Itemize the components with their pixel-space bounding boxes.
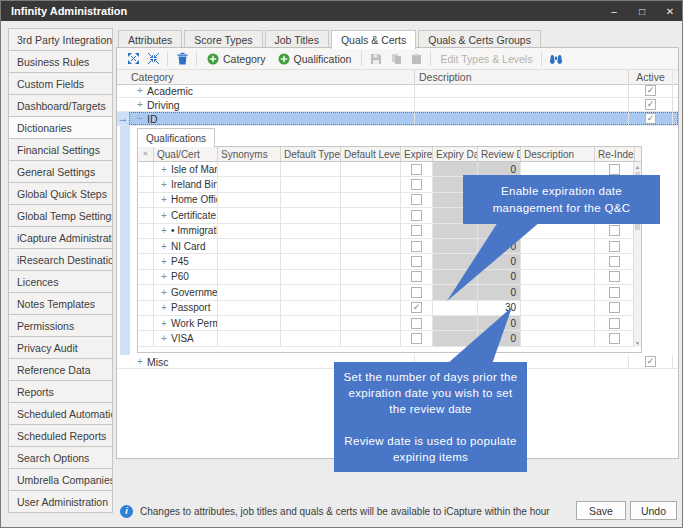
reindex-checkbox[interactable]: [609, 271, 620, 282]
sidebar-item-global-temp-settings[interactable]: Global Temp Settings: [8, 204, 113, 227]
tab-quals-certs[interactable]: Quals & Certs: [331, 30, 416, 49]
sidebar-item-3rd-party-integrations[interactable]: 3rd Party Integrations: [8, 28, 113, 51]
expand-icon[interactable]: +: [133, 85, 147, 96]
column-header-expiry-days[interactable]: Expiry Days: [433, 147, 478, 161]
add-qualification-button[interactable]: Qualification: [273, 50, 357, 68]
sidebar-item-dashboard-targets[interactable]: Dashboard/Targets: [8, 94, 113, 117]
find-icon[interactable]: [547, 50, 565, 68]
undo-button[interactable]: Undo: [630, 501, 677, 520]
active-checkbox[interactable]: [645, 356, 656, 367]
expand-icon[interactable]: +: [157, 194, 171, 205]
description-cell[interactable]: [415, 98, 629, 111]
expand-all-button[interactable]: [124, 50, 142, 68]
tab-quals-certs-groups[interactable]: Quals & Certs Groups: [418, 30, 541, 48]
active-checkbox[interactable]: [645, 113, 656, 124]
sidebar-item-search-options[interactable]: Search Options: [8, 446, 113, 469]
expires-checkbox[interactable]: [411, 318, 422, 329]
qualification-row-p60[interactable]: +P600: [138, 270, 641, 285]
expand-icon[interactable]: +: [133, 99, 147, 110]
sidebar-item-notes-templates[interactable]: Notes Templates: [8, 292, 113, 315]
reindex-checkbox[interactable]: [609, 287, 620, 298]
column-header-review-days[interactable]: Review Days: [478, 147, 521, 161]
active-checkbox[interactable]: [645, 99, 656, 110]
sidebar-item-global-quick-steps[interactable]: Global Quick Steps: [8, 182, 113, 205]
description-cell[interactable]: [415, 84, 629, 97]
tab-qualifications[interactable]: Qualifications: [137, 128, 215, 147]
expand-icon[interactable]: +: [157, 164, 171, 175]
sidebar-item-scheduled-automatic-comms[interactable]: Scheduled Automatic Comms: [8, 402, 113, 425]
close-detail-icon[interactable]: [138, 147, 154, 161]
sidebar-item-privacy-audit[interactable]: Privacy Audit: [8, 336, 113, 359]
tab-attributes[interactable]: Attributes: [118, 30, 182, 48]
delete-icon[interactable]: [173, 50, 191, 68]
column-header-expires[interactable]: Expires?: [401, 147, 433, 161]
close-button[interactable]: ✕: [656, 1, 683, 21]
expand-icon[interactable]: +: [157, 256, 171, 267]
expires-checkbox[interactable]: [411, 241, 422, 252]
expand-icon[interactable]: +: [157, 271, 171, 282]
reindex-checkbox[interactable]: [609, 318, 620, 329]
collapse-all-button[interactable]: [144, 50, 162, 68]
expires-checkbox[interactable]: [411, 271, 422, 282]
collapse-icon[interactable]: −: [133, 113, 147, 124]
sidebar-item-custom-fields[interactable]: Custom Fields: [8, 72, 113, 95]
expand-icon[interactable]: +: [157, 241, 171, 252]
qualification-row-p45[interactable]: +P450: [138, 254, 641, 269]
column-header-category[interactable]: Category: [129, 70, 415, 84]
sidebar-item-reports[interactable]: Reports: [8, 380, 113, 403]
expires-checkbox[interactable]: [411, 287, 422, 298]
qualification-row-governmen[interactable]: +Governmen...0: [138, 285, 641, 300]
maximize-button[interactable]: □: [628, 1, 656, 21]
sidebar-item-licences[interactable]: Licences: [8, 270, 113, 293]
scroll-down-icon[interactable]: ▼: [634, 338, 641, 347]
reindex-checkbox[interactable]: [609, 164, 620, 175]
expand-icon[interactable]: +: [157, 225, 171, 236]
expires-checkbox[interactable]: [411, 210, 422, 221]
column-header-default-level[interactable]: Default Level: [341, 147, 401, 161]
column-header-description[interactable]: Description: [415, 70, 629, 84]
sidebar-item-permissions[interactable]: Permissions: [8, 314, 113, 337]
expand-icon[interactable]: +: [157, 179, 171, 190]
sidebar-item-business-rules[interactable]: Business Rules: [8, 50, 113, 73]
column-header-synonyms[interactable]: Synonyms: [218, 147, 281, 161]
expires-checkbox[interactable]: [411, 179, 422, 190]
sidebar-item-reference-data[interactable]: Reference Data: [8, 358, 113, 381]
reindex-checkbox[interactable]: [609, 256, 620, 267]
column-header-re-index[interactable]: Re-Index: [595, 147, 635, 161]
category-row-academic[interactable]: +Academic: [117, 84, 678, 98]
description-cell[interactable]: [415, 112, 629, 125]
sidebar-item-general-settings[interactable]: General Settings: [8, 160, 113, 183]
expand-icon[interactable]: +: [157, 302, 171, 313]
reindex-checkbox[interactable]: [609, 333, 620, 344]
active-checkbox[interactable]: [645, 85, 656, 96]
minimize-button[interactable]: –: [600, 1, 628, 21]
expand-icon[interactable]: +: [157, 287, 171, 298]
sidebar-item-financial-settings[interactable]: Financial Settings: [8, 138, 113, 161]
sidebar-item-scheduled-reports[interactable]: Scheduled Reports: [8, 424, 113, 447]
qualification-row-ni-card[interactable]: +NI Card0: [138, 239, 641, 254]
save-button[interactable]: Save: [576, 501, 626, 520]
reindex-checkbox[interactable]: [609, 302, 620, 313]
expand-icon[interactable]: +: [157, 210, 171, 221]
qualification-row-visa[interactable]: +VISA0: [138, 331, 641, 346]
expires-checkbox[interactable]: [411, 333, 422, 344]
expires-checkbox[interactable]: [411, 302, 422, 313]
column-header-qual-cert[interactable]: Qual/Cert: [154, 147, 218, 161]
reindex-checkbox[interactable]: [609, 225, 620, 236]
tab-job-titles[interactable]: Job Titles: [265, 30, 329, 48]
sidebar-item-dictionaries[interactable]: Dictionaries: [8, 116, 113, 139]
column-header-description[interactable]: Description: [521, 147, 595, 161]
add-category-button[interactable]: Category: [202, 50, 271, 68]
category-row-driving[interactable]: +Driving: [117, 98, 678, 112]
sidebar-item-user-administration[interactable]: User Administration: [8, 490, 113, 513]
expires-checkbox[interactable]: [411, 256, 422, 267]
sidebar-item-umbrella-companies[interactable]: Umbrella Companies: [8, 468, 113, 491]
qualification-row-passport[interactable]: +Passport30: [138, 301, 641, 316]
expires-checkbox[interactable]: [411, 194, 422, 205]
expires-checkbox[interactable]: [411, 225, 422, 236]
category-row-id[interactable]: → −ID: [117, 112, 678, 126]
qualification-row-immigrati[interactable]: +• Immigrati...0: [138, 224, 641, 239]
expand-icon[interactable]: +: [133, 356, 147, 367]
sidebar-item-iresearch-destinations[interactable]: iResearch Destinations: [8, 248, 113, 271]
expand-icon[interactable]: +: [157, 318, 171, 329]
